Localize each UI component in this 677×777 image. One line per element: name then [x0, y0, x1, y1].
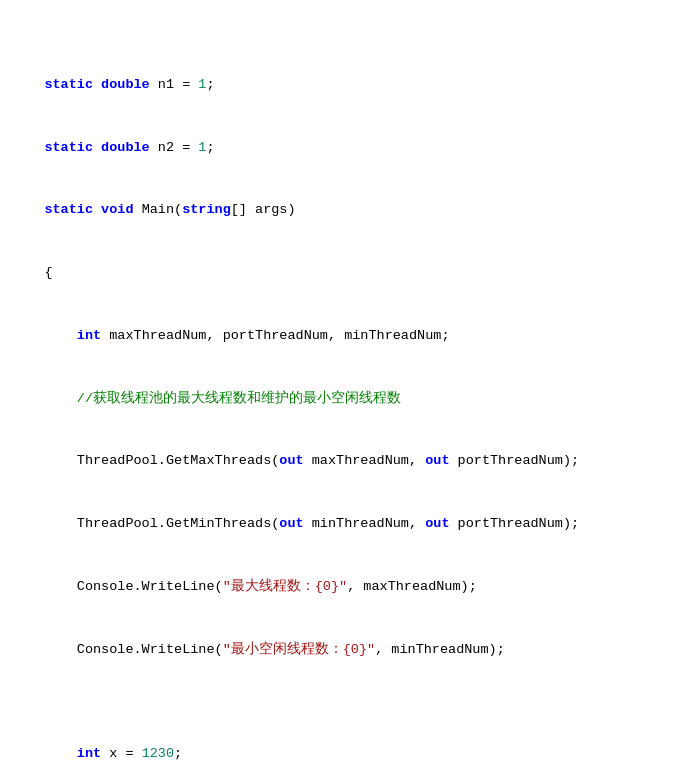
code-line-12: int x = 1230;: [0, 744, 677, 765]
code-line-3: static void Main(string[] args): [0, 200, 677, 221]
code-line-1: static double n1 = 1;: [0, 75, 677, 96]
code-line-6: //获取线程池的最大线程数和维护的最小空闲线程数: [0, 389, 677, 410]
code-line-8: ThreadPool.GetMinThreads(out minThreadNu…: [0, 514, 677, 535]
code-line-5: int maxThreadNum, portThreadNum, minThre…: [0, 326, 677, 347]
code-line-10: Console.WriteLine("最小空闲线程数：{0}", minThre…: [0, 640, 677, 661]
code-line-9: Console.WriteLine("最大线程数：{0}", maxThread…: [0, 577, 677, 598]
code-line-7: ThreadPool.GetMaxThreads(out maxThreadNu…: [0, 451, 677, 472]
code-line-2: static double n2 = 1;: [0, 138, 677, 159]
code-editor: static double n1 = 1; static double n2 =…: [0, 8, 677, 777]
code-line-4: {: [0, 263, 677, 284]
